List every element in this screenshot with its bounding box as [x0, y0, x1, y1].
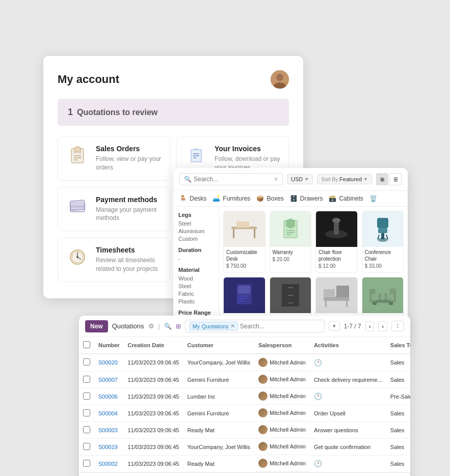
- my-quotations-filter-tag[interactable]: My Quotations ✕: [190, 322, 238, 330]
- more-options-button[interactable]: ⋮: [391, 321, 404, 331]
- svg-rect-41: [238, 286, 250, 294]
- table-row[interactable]: S00002 11/03/2023 09:06:45 Ready Mat Mit…: [79, 455, 410, 472]
- filter-material-plastic[interactable]: Plastic: [178, 298, 214, 304]
- row-team: Sales: [386, 422, 410, 438]
- quotation-banner[interactable]: 1 Quotations to review: [58, 99, 289, 126]
- salesperson-avatar: [258, 358, 268, 367]
- row-customer: Ready Mat: [183, 455, 255, 472]
- menu-text-sales-orders: Sales Orders Follow, view or pay your or…: [96, 145, 162, 172]
- svg-rect-52: [324, 297, 349, 301]
- search-filter-bar[interactable]: My Quotations ✕: [185, 320, 325, 332]
- nav-item-boxes[interactable]: 📦 Boxes: [256, 195, 283, 202]
- cabinets-icon: 🗃️: [329, 195, 336, 202]
- row-customer: YourCompany, Joel Willis: [183, 354, 255, 371]
- nav-item-furnitures[interactable]: 🛋️ Furnitures: [213, 195, 250, 202]
- nav-item-cabinets[interactable]: 🗃️ Cabinets: [329, 195, 363, 202]
- menu-item-payment-methods[interactable]: Payment methods Manage your payment meth…: [58, 187, 170, 232]
- select-all-checkbox[interactable]: [83, 341, 90, 348]
- row-number[interactable]: S00019: [94, 438, 124, 455]
- svg-rect-13: [70, 200, 85, 210]
- settings-icon[interactable]: ⚙: [148, 322, 154, 330]
- row-number[interactable]: S00004: [94, 405, 124, 422]
- row-customer: Gemini Furniture: [183, 371, 255, 388]
- activity-clock-icon[interactable]: 🕐: [314, 460, 322, 467]
- row-customer: Ready Mat: [183, 422, 255, 438]
- product-info-floor-protection: Chair floor protection $ 12.00: [316, 247, 357, 271]
- product-card-desk[interactable]: Customizable Desk $ 750.00: [223, 211, 266, 273]
- salesperson-avatar: [258, 442, 268, 451]
- nav-item-trash[interactable]: 🗑️: [369, 195, 377, 202]
- row-checkbox[interactable]: [83, 376, 90, 383]
- table-row[interactable]: S00003 11/03/2023 09:06:45 Ready Mat Mit…: [79, 422, 410, 438]
- sort-selector[interactable]: Sort By Featured ▼: [317, 174, 372, 184]
- new-button[interactable]: New: [85, 320, 108, 332]
- row-checkbox[interactable]: [83, 460, 90, 467]
- row-checkbox-cell: [79, 354, 94, 371]
- row-number[interactable]: S00006: [94, 388, 124, 405]
- product-img-sofa: [362, 277, 404, 313]
- activity-text: Get quote confirmation: [314, 444, 370, 450]
- row-activity: Order Upsell: [310, 405, 386, 422]
- header-salesperson[interactable]: Salesperson: [254, 337, 310, 354]
- product-card-warranty[interactable]: Warranty $ 20.00: [270, 211, 312, 273]
- svg-rect-63: [373, 302, 377, 305]
- filter-legs-custom[interactable]: Custom: [178, 236, 214, 242]
- grid-view-button[interactable]: ⊞: [376, 173, 388, 185]
- header-customer[interactable]: Customer: [183, 337, 255, 354]
- row-checkbox[interactable]: [83, 393, 90, 400]
- row-team: Sales: [386, 371, 410, 388]
- row-number[interactable]: S00007: [94, 371, 124, 388]
- row-checkbox[interactable]: [83, 358, 90, 366]
- row-checkbox[interactable]: [83, 409, 90, 416]
- filter-material-wood[interactable]: Wood: [178, 275, 214, 282]
- filter-material-fabric[interactable]: Fabric: [178, 291, 214, 297]
- pagination-next-button[interactable]: ›: [378, 321, 387, 331]
- table-row[interactable]: S00007 11/03/2023 09:06:45 Gemini Furnit…: [79, 371, 410, 388]
- filter-material-steel[interactable]: Steel: [178, 283, 214, 289]
- filter-tag-remove[interactable]: ✕: [230, 323, 235, 329]
- row-number[interactable]: S00020: [94, 354, 124, 371]
- row-date: 11/03/2023 09:06:45: [124, 422, 183, 438]
- filter-legs-steel[interactable]: Steel: [178, 220, 214, 227]
- row-number[interactable]: S00002: [94, 455, 124, 472]
- filter-price-title: Price Range: [178, 310, 214, 316]
- table-row[interactable]: S00019 11/03/2023 09:06:45 YourCompany, …: [79, 438, 410, 455]
- row-checkbox-cell: [79, 405, 94, 422]
- filter-duration-any[interactable]: -: [178, 256, 214, 262]
- currency-selector[interactable]: USD ▼: [287, 174, 313, 184]
- search-clear-icon[interactable]: ✕: [274, 176, 278, 183]
- table-search-input[interactable]: [240, 323, 320, 330]
- row-number[interactable]: S00003: [94, 422, 124, 438]
- pagination-prev-button[interactable]: ‹: [365, 321, 375, 331]
- table-row[interactable]: S00020 11/03/2023 09:06:45 YourCompany, …: [79, 354, 410, 371]
- filter-icon[interactable]: ⊞: [176, 323, 181, 330]
- header-activities[interactable]: Activities: [310, 337, 386, 354]
- table-row[interactable]: S00004 11/03/2023 09:06:45 Gemini Furnit…: [79, 405, 410, 422]
- list-view-button[interactable]: ☰: [389, 173, 402, 185]
- svg-rect-43: [238, 298, 247, 299]
- table-container: Number Creation Date Customer Salesperso…: [79, 337, 410, 476]
- shop-search-input[interactable]: [194, 176, 272, 183]
- nav-item-drawers[interactable]: 🗄️ Drawers: [290, 195, 323, 202]
- header-creation-date[interactable]: Creation Date: [124, 337, 183, 354]
- filter-legs-aluminium[interactable]: Aluminium: [178, 228, 214, 234]
- sort-chevron-icon: ▼: [363, 177, 368, 182]
- avatar[interactable]: [271, 70, 289, 89]
- header-number[interactable]: Number: [94, 337, 124, 354]
- product-img-desk: [224, 211, 265, 247]
- row-team: Sales: [386, 438, 410, 455]
- nav-item-desks[interactable]: 🪑 Desks: [179, 195, 206, 202]
- menu-item-sales-orders[interactable]: Sales Orders Follow, view or pay your or…: [58, 136, 170, 181]
- shop-search-bar[interactable]: 🔍 ✕: [179, 173, 283, 185]
- table-row[interactable]: S00006 11/03/2023 09:06:45 Lumber Inc Mi…: [79, 388, 410, 405]
- product-card-conference-chair[interactable]: Conference Chair $ 33.00: [362, 211, 404, 273]
- menu-item-timesheets[interactable]: Timesheets Review all timesheets related…: [58, 237, 170, 282]
- row-checkbox[interactable]: [83, 426, 90, 433]
- header-sales-team[interactable]: Sales Team: [386, 337, 410, 354]
- product-card-floor-protection[interactable]: Chair floor protection $ 12.00: [315, 211, 358, 273]
- dropdown-arrow-icon[interactable]: ▼: [329, 321, 340, 331]
- filter-material: Material Wood Steel Fabric Plastic: [178, 267, 214, 304]
- activity-clock-icon[interactable]: 🕐: [314, 359, 322, 367]
- activity-clock-icon[interactable]: 🕐: [314, 393, 322, 400]
- row-checkbox[interactable]: [83, 443, 90, 450]
